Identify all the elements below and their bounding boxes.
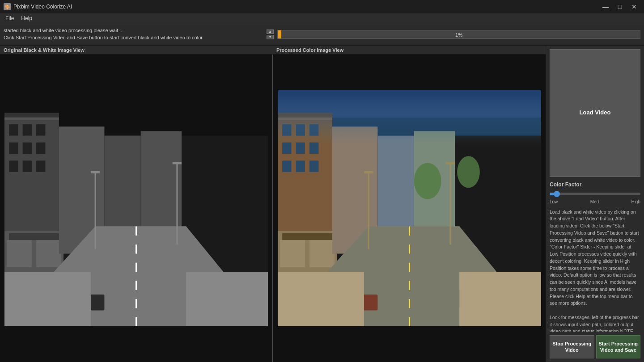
svg-rect-42	[282, 160, 291, 172]
svg-rect-63	[446, 162, 455, 164]
svg-rect-61	[364, 171, 373, 173]
close-button[interactable]: ✕	[628, 2, 640, 11]
svg-rect-65	[459, 272, 541, 326]
status-line-1: started black and white video processing…	[4, 27, 263, 34]
slider-container	[550, 190, 640, 197]
progress-up-arrow[interactable]: ▲	[267, 29, 274, 34]
start-processing-button[interactable]: Start Processing Video and Save	[596, 335, 641, 358]
titlebar: 🎨 Pixbim Video Colorize AI — □ ✕	[0, 0, 644, 13]
svg-rect-11	[23, 160, 32, 172]
svg-rect-64	[278, 272, 364, 326]
progress-bar: 1%	[277, 30, 640, 39]
menubar: File Help	[0, 13, 644, 23]
slider-label-med: Med	[590, 199, 599, 204]
svg-rect-30	[186, 272, 268, 326]
color-image	[278, 90, 541, 326]
menu-file[interactable]: File	[2, 14, 17, 22]
sidebar: Load Video Color Factor Low Med High Loa…	[546, 46, 644, 362]
svg-rect-15	[36, 240, 61, 267]
svg-rect-2	[4, 113, 59, 118]
slider-label-high: High	[631, 199, 640, 204]
image-panels	[0, 55, 546, 362]
svg-rect-46	[280, 240, 305, 267]
svg-rect-7	[9, 143, 18, 154]
progress-down-arrow[interactable]: ▼	[267, 35, 274, 39]
statusbar: started black and white video processing…	[0, 23, 644, 46]
svg-rect-16	[9, 233, 59, 240]
progress-label: 1%	[278, 30, 640, 39]
image-headers: Original Black & White Image View Proces…	[0, 46, 546, 55]
svg-rect-43	[296, 160, 305, 172]
color-panel-header: Processed Color Image View	[273, 46, 546, 55]
titlebar-controls: — □ ✕	[599, 2, 640, 11]
svg-rect-48	[282, 233, 332, 240]
status-line-2: Click Start Processing Video and Save bu…	[4, 34, 263, 41]
app-icon: 🎨	[4, 3, 11, 10]
progress-scroll-controls[interactable]: ▲ ▼	[267, 29, 274, 39]
sidebar-buttons: Stop Processing Video Start Processing V…	[550, 335, 640, 358]
svg-rect-47	[309, 240, 335, 267]
maximize-button[interactable]: □	[614, 2, 626, 11]
stop-processing-button[interactable]: Stop Processing Video	[550, 335, 594, 358]
svg-rect-12	[36, 160, 45, 172]
color-factor-slider[interactable]	[550, 193, 640, 195]
svg-rect-4	[9, 124, 18, 135]
menu-help[interactable]: Help	[17, 14, 36, 22]
app-title: Pixbim Video Colorize AI	[13, 4, 72, 10]
svg-rect-66	[278, 90, 541, 145]
color-factor-label: Color Factor	[550, 181, 640, 188]
svg-rect-14	[7, 240, 32, 267]
svg-rect-6	[36, 124, 45, 135]
svg-rect-28	[173, 162, 182, 164]
slider-label-low: Low	[550, 199, 558, 204]
load-video-button[interactable]: Load Video	[550, 49, 640, 177]
color-panel	[273, 55, 546, 362]
minimize-button[interactable]: —	[599, 2, 612, 11]
bw-panel	[0, 55, 272, 362]
svg-point-52	[414, 163, 441, 199]
svg-rect-8	[23, 143, 32, 154]
bw-panel-header: Original Black & White Image View	[0, 46, 273, 55]
help-text: Load black and white video by clicking o…	[550, 209, 640, 332]
image-area: Original Black & White Image View Proces…	[0, 46, 546, 362]
svg-rect-26	[91, 171, 100, 173]
svg-rect-10	[9, 160, 18, 172]
svg-rect-5	[23, 124, 32, 135]
svg-rect-3	[4, 118, 59, 120]
titlebar-left: 🎨 Pixbim Video Colorize AI	[4, 3, 72, 10]
svg-rect-44	[309, 160, 318, 172]
svg-point-53	[457, 156, 480, 188]
bw-image	[4, 90, 268, 326]
svg-rect-9	[36, 143, 45, 154]
status-text: started black and white video processing…	[4, 27, 263, 41]
main-area: Original Black & White Image View Proces…	[0, 46, 644, 362]
slider-labels: Low Med High	[550, 199, 640, 204]
svg-rect-29	[4, 272, 91, 326]
